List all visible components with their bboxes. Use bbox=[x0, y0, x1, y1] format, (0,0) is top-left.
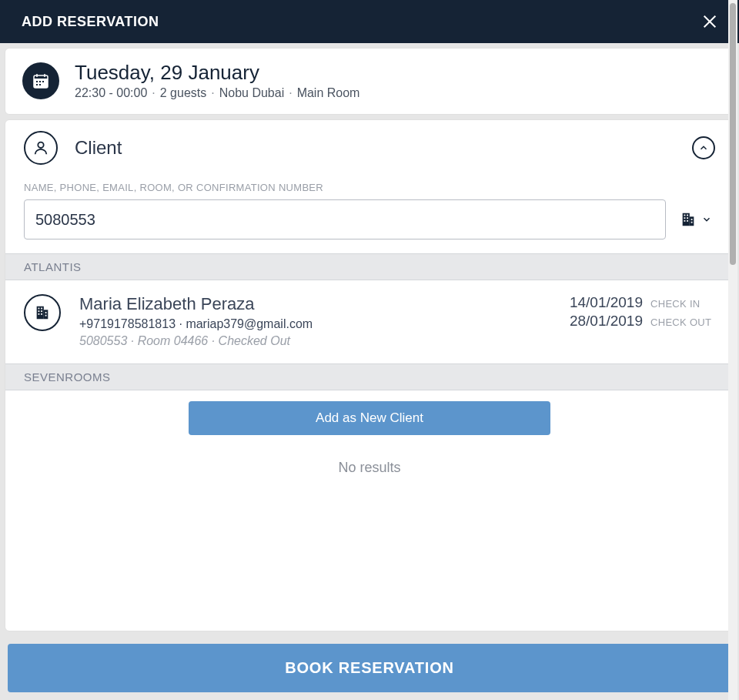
svg-rect-7 bbox=[36, 81, 38, 82]
scrollbar-track[interactable] bbox=[728, 0, 737, 700]
svg-rect-9 bbox=[42, 81, 44, 82]
client-contact: +9719178581813 · mariap379@gmail.com bbox=[79, 317, 313, 331]
collapse-toggle[interactable] bbox=[692, 136, 715, 159]
person-icon bbox=[24, 131, 58, 165]
svg-rect-28 bbox=[41, 310, 42, 312]
svg-rect-19 bbox=[684, 220, 686, 222]
svg-point-12 bbox=[38, 142, 43, 148]
client-section: Client NAME, PHONE, EMAIL, ROOM, OR CONF… bbox=[5, 119, 734, 631]
search-label: NAME, PHONE, EMAIL, ROOM, OR CONFIRMATIO… bbox=[24, 182, 715, 193]
reservation-summary[interactable]: Tuesday, 29 January 22:30 - 00:00·2 gues… bbox=[5, 48, 734, 115]
client-stay-info: 5080553 · Room 04466 · Checked Out bbox=[79, 334, 313, 348]
svg-rect-25 bbox=[38, 308, 40, 310]
svg-rect-26 bbox=[41, 308, 42, 310]
client-name: Maria Elizabeth Peraza bbox=[79, 294, 313, 314]
svg-rect-21 bbox=[691, 219, 693, 220]
source-filter-dropdown[interactable] bbox=[677, 208, 715, 231]
modal-header: ADD RESERVATION bbox=[0, 0, 739, 43]
scrollbar-thumb[interactable] bbox=[730, 3, 736, 265]
modal-title: ADD RESERVATION bbox=[22, 14, 159, 30]
check-in-label: CHECK IN bbox=[650, 298, 715, 310]
add-new-client-button[interactable]: Add as New Client bbox=[189, 401, 550, 435]
svg-rect-11 bbox=[39, 84, 41, 85]
client-result-row[interactable]: Maria Elizabeth Peraza +9719178581813 · … bbox=[5, 280, 734, 363]
svg-rect-30 bbox=[41, 313, 42, 315]
building-icon bbox=[680, 211, 697, 228]
no-results-text: No results bbox=[5, 450, 734, 491]
hotel-icon bbox=[24, 294, 61, 331]
svg-rect-20 bbox=[687, 220, 688, 222]
book-reservation-button[interactable]: BOOK RESERVATION bbox=[8, 644, 731, 692]
svg-rect-27 bbox=[38, 310, 40, 312]
svg-rect-22 bbox=[691, 222, 693, 223]
svg-rect-31 bbox=[45, 312, 47, 313]
add-reservation-modal: ADD RESERVATION Tuesday, 29 January 22:3… bbox=[0, 0, 739, 700]
svg-rect-32 bbox=[45, 315, 47, 317]
svg-rect-14 bbox=[690, 216, 694, 226]
result-group-header: ATLANTIS bbox=[5, 253, 734, 280]
client-search-input[interactable] bbox=[24, 199, 666, 239]
svg-rect-10 bbox=[36, 84, 38, 85]
reservation-date: Tuesday, 29 January bbox=[75, 61, 359, 85]
close-icon bbox=[701, 13, 718, 30]
close-button[interactable] bbox=[699, 11, 721, 32]
svg-rect-29 bbox=[38, 313, 40, 315]
result-group-header: SEVENROOMS bbox=[5, 363, 734, 390]
check-out-date: 28/01/2019 bbox=[570, 313, 643, 330]
svg-rect-16 bbox=[687, 215, 688, 216]
chevron-down-icon bbox=[701, 214, 712, 225]
svg-rect-24 bbox=[44, 310, 48, 319]
svg-rect-18 bbox=[687, 217, 688, 219]
svg-rect-8 bbox=[39, 81, 41, 82]
reservation-meta: 22:30 - 00:00·2 guests·Nobu Dubai·Main R… bbox=[75, 86, 359, 100]
check-out-label: CHECK OUT bbox=[650, 317, 715, 328]
svg-rect-17 bbox=[684, 217, 686, 219]
check-in-date: 14/01/2019 bbox=[570, 294, 643, 311]
svg-rect-13 bbox=[683, 213, 690, 226]
calendar-icon bbox=[22, 62, 59, 99]
chevron-up-icon bbox=[698, 142, 709, 153]
svg-rect-15 bbox=[684, 215, 686, 216]
svg-rect-23 bbox=[37, 306, 44, 320]
client-section-title: Client bbox=[75, 137, 122, 159]
